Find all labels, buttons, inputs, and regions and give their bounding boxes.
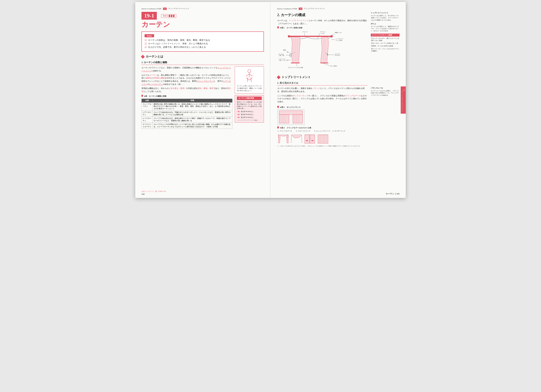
swag-item-4: [317, 133, 329, 144]
table-header-desc: 特徴: [153, 99, 232, 102]
svg-text:バランス: バランス: [302, 31, 308, 33]
svg-text:トリミング: トリミング: [278, 58, 285, 60]
fabric-note-box: カーテンに用いられるファブリックスの素材や加工、機能については前項と併せて覚えよ…: [235, 67, 264, 94]
footer-ref: 公式ハンドブック〔版〕P.208〜216: [141, 190, 166, 192]
importance-badge: 重要度: [161, 14, 176, 18]
table-cell-desc-3: ドレープと組み合わせる。多様な柄のジャカード織や、経編のラッセルレース、刺繍を施…: [153, 117, 232, 123]
table-row: シアーカーテン ドレープと組み合わせる。平織のボイルやオーガンジー、ジョーゼット…: [142, 111, 232, 117]
svg-rect-46: [279, 111, 302, 115]
table-cell-name-2: シアーカーテン: [142, 111, 153, 117]
point-item-1: ☑ カーテンの役割は、室内の装飾、遮視、遮光、断熱、吸音である: [145, 39, 261, 41]
grade-item-3: 3 級 遮光率 99.40%以上: [237, 116, 262, 119]
page-footer-ref: 公式ハンドブック〔版〕P.208〜216 342: [141, 190, 166, 195]
page-num-right: 19: [299, 8, 302, 10]
svg-rect-6: [289, 36, 332, 37]
svg-line-44: [323, 63, 330, 66]
grade-desc-3: 遮光率 99.40%以上: [241, 116, 254, 119]
svg-line-4: [247, 77, 248, 82]
svg-point-0: [248, 70, 251, 73]
svg-text:ウエイトテープ入りの裾: ウエイトテープ入りの裾: [288, 67, 303, 68]
table-row: レースカーテン ドレープと組み合わせる。多様な柄のジャカード織や、経編のラッセル…: [142, 117, 232, 123]
fig-icon-3: [277, 126, 279, 128]
point-box: Point ☑ カーテンの役割は、室内の装飾、遮視、遮光、断熱、吸音である ☑ …: [141, 31, 264, 52]
sidebar-accessory-2: ②タッセル…カーテンを束ねてお く 紐: [371, 42, 400, 44]
swag-svg-3: [304, 133, 316, 144]
page-footer-right: カーテン｜343: [386, 192, 400, 195]
table-row: ドレープカーテン 適性性の低い厚手の織物を用いる。多様な色柄のジャカード織と単調…: [142, 102, 232, 111]
svg-rect-63: [318, 135, 328, 143]
swag-num-2: ２. スカーフスワッグ: [296, 130, 313, 132]
svg-text:ホルダー: ホルダー: [335, 55, 340, 56]
top-treatment-heading: トップトリートメント: [277, 75, 368, 79]
svg-rect-47: [279, 115, 289, 123]
svg-text:（例：フリンジ）: （例：フリンジ）: [278, 60, 289, 61]
sidebar-accessory-1: ①カーテンホルダー…開いたカーテンを掃けておく金物。: [371, 37, 400, 42]
top-treatment-title: トップトリートメント: [281, 75, 311, 79]
check-icon-2: ☑: [145, 42, 147, 45]
diamond-icon: [141, 55, 145, 59]
swag-num-4: ４. ギャザーリング: [332, 130, 345, 132]
importance-bar-2: [171, 15, 172, 17]
guide-title: Interior Coordinator GUIDE: [141, 8, 161, 10]
fig-icon-1: [277, 26, 279, 28]
point-label: Point: [145, 34, 154, 37]
svg-line-3: [249, 74, 253, 76]
svg-text:（ヒダ）: （ヒダ）: [320, 33, 326, 34]
page-tab-num: 19: [403, 89, 405, 91]
sidebar-category-title: カーテンアクセサリーの種類: [371, 34, 400, 36]
sidebar-accessory-4: ④トリミング…フリンジなどのカーテンの縁飾り。: [371, 48, 400, 52]
body-text-1: カーテンやブラインドなど、窓廻りの装飾や、日射調整などの機能をもつエレメントをウ…: [141, 67, 232, 72]
table-cell-desc-2: ドレープと組み合わせる。平織のボイルやオーガンジー、ジョーゼットなど、透適性が高…: [153, 111, 232, 117]
page-header-left: Interior Coordinator GUIDE 19 ウィンドウトリートメ…: [141, 7, 264, 10]
table-header-name: 名称: [142, 99, 153, 102]
table-row: ケースメントカーテン ドレープとレースの中間のもの。レース糸り太い糸による目の粗…: [142, 123, 232, 129]
box-balance-svg: [278, 110, 303, 124]
table-cell-desc-1: 適性性の低い厚手の織物を用いる。多様な色柄のジャカード織と単調なチェックやストラ…: [153, 102, 232, 111]
page-tab: 19 ウィンドウトリートメント: [401, 87, 406, 114]
section2-title: 2. カーテンの構成: [277, 13, 368, 17]
body-text-3: 実用的な機能は主に、外からの人目を遮る（遮視）や日射を遮る遮光、断熱、吸音であり…: [141, 87, 232, 93]
page-num-left: 19: [163, 8, 167, 10]
importance-bar-3: [173, 15, 175, 17]
curtain-types-table: 名称 特徴 ドレープカーテン 適性性の低い厚手の織物を用いる。多様な色柄のジャカ…: [141, 99, 232, 129]
svg-point-7: [288, 35, 290, 37]
sidebar-def-1: カーテンの上部のこと。吊り元やレールを覆うバランスのほか、スワッグ＆テールなどの…: [371, 15, 400, 21]
swag-caption: １～３はテールの見せ方によるスタイルの違い。３のビショップとは裾元をバンドで締め…: [277, 145, 368, 147]
svg-rect-60: [306, 140, 308, 141]
page-tab-label: ウィンドウトリートメント: [401, 90, 403, 111]
fig1-label: ■ 図１ カーテン各部の名称: [277, 26, 368, 29]
page-number-right: カーテン｜343: [386, 192, 400, 195]
swag-num-1: １. スワッグ＆テール: [277, 130, 295, 132]
swag-item-3: [304, 133, 316, 144]
grade-desc-2: 遮光率 99.80%以上: [241, 113, 254, 116]
svg-rect-61: [312, 140, 313, 141]
note-box-text: カーテンに用いられるファブリックスの素材や加工、機能については前項と併せて覚えよ…: [237, 85, 262, 92]
table-icon: [141, 95, 143, 97]
swag-item-1: [277, 133, 289, 144]
sidebar-balance-rail-term: バランスレール: [371, 87, 400, 89]
subsection-title-1: 1. カーテンの役割と種類: [141, 61, 264, 65]
page-header-right: Interior Coordinator GUIDE 19 ウィンドウトリートメ…: [277, 7, 400, 10]
sidebar-term-1: トップトリートメント: [371, 12, 400, 14]
curtain-diagram: バランス プリーツ （ヒダ） 装飾レール トップトリートメント メント部分: [277, 30, 343, 73]
shading-box-body: 遮光カーテンを閉め切ったときの効果を等級分けしている。なお、同じ等級のカーテンで…: [237, 101, 262, 110]
svg-rect-58: [305, 135, 310, 143]
shading-box-title: カーテンの遮光等級: [237, 97, 262, 100]
table-cell-name-1: ドレープカーテン: [142, 102, 153, 111]
svg-line-5: [251, 77, 251, 82]
grade-item-1: 1 級 遮光率 99.99%以上: [237, 111, 262, 113]
fig-icon-2: [277, 106, 279, 108]
section3-title: 1. 吊り元のスタイル: [277, 81, 368, 85]
check-icon-3: ☑: [145, 46, 147, 48]
main-title: カーテン: [141, 21, 264, 29]
table-cell-name-3: レースカーテン: [142, 117, 153, 123]
shading-grade-box: カーテンの遮光等級 遮光カーテンを閉め切ったときの効果を等級分けしている。なお、…: [235, 95, 264, 123]
body-text-2: なかでもカーテンは、最も種類が豊富で、一般的に用いられている。カーテンの役割は前…: [141, 74, 232, 86]
swag-item-2: [291, 133, 302, 144]
svg-text:装飾レール: 装飾レール: [335, 32, 342, 33]
sidebar-balance-rail-def: カーテンレールの上に設置し、バランスを取り付ける専用のレール。マジックテープでバ…: [371, 90, 400, 96]
fig2-label: ■ 図２ ボックスバランス: [277, 106, 305, 108]
point-item-3: ☑ 仕上がり寸法、必要寸法、要尺の求め方をしっかりと覚える: [145, 46, 261, 49]
svg-text:ボトム部分: ボトム部分: [330, 65, 337, 67]
table-cell-desc-4: ドレープとレースの中間のもの。レース糸り太い糸による目の粗い織物、からみ織やマリ…: [153, 123, 232, 129]
